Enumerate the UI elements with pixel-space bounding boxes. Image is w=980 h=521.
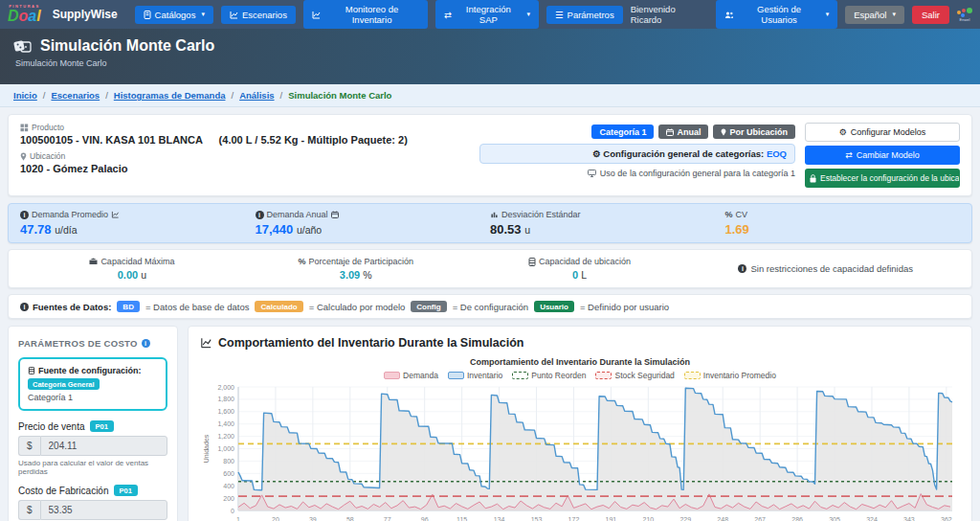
metric-value: 3.09 (340, 269, 360, 281)
info-icon[interactable]: i (142, 339, 150, 348)
data-sources-panel: i Fuentes de Datos: BD = Datos de base d… (8, 294, 972, 319)
svg-text:1: 1 (236, 516, 240, 521)
field-label: Costo de Fabricación (18, 486, 109, 496)
svg-text:600: 600 (223, 470, 234, 477)
metric-unit: u/año (297, 224, 322, 236)
change-model-label: Cambiar Modelo (857, 150, 920, 160)
info-icon[interactable]: i (738, 264, 746, 273)
metric-value: 0 (572, 269, 578, 281)
config-source-value: Categoría 1 (28, 393, 158, 402)
logout-button[interactable]: Salir (912, 6, 949, 24)
svg-text:0: 0 (231, 508, 234, 514)
period-badge-label: Anual (677, 127, 701, 137)
legend-inventario[interactable]: Inventario (448, 371, 502, 380)
product-icon (20, 124, 29, 132)
configure-models-button[interactable]: ⚙ Configurar Modelos (805, 123, 960, 142)
main-content: PARÁMETROS DE COSTO i Fuente de configur… (8, 326, 972, 521)
app-name: SupplyWise (53, 8, 118, 21)
metric-unit: u/día (55, 224, 77, 236)
enwel-logo: Enwel (957, 8, 972, 22)
info-icon[interactable]: i (256, 211, 264, 219)
source-badge-usuario: Usuario (534, 301, 574, 312)
metric-value: 47.78 (20, 222, 52, 237)
chart-title: Comportamiento del Inventario Durante la… (200, 357, 960, 367)
nav-monitoreo-button[interactable]: Monitoreo de Inventario (303, 0, 428, 29)
metric-porcentaje-participacion: % Porcentaje de Participación 3.09 % (244, 257, 468, 281)
svg-text:1,600: 1,600 (217, 408, 234, 415)
language-button[interactable]: Español ▾ (845, 6, 904, 24)
field-caption: Usado para calcular el valor de ventas p… (18, 459, 167, 476)
metric-label: Desviación Estándar (501, 210, 581, 219)
cost-parameters-panel: PARÁMETROS DE COSTO i Fuente de configur… (8, 326, 178, 521)
simulation-chart-panel: Comportamiento del Inventario Durante la… (188, 326, 972, 521)
legend-demanda[interactable]: Demanda (384, 371, 438, 380)
currency-prefix: $ (18, 500, 40, 520)
nav-escenarios-button[interactable]: Escenarios (221, 6, 296, 24)
source-badge-calculado: Calculado (255, 301, 302, 312)
field-source-badge: P01 (114, 485, 138, 496)
percent-icon: % (725, 210, 733, 219)
costo-fabricacion-input[interactable] (40, 500, 167, 520)
breadcrumb-separator: / (43, 90, 46, 101)
no-capacity-restrictions-note: i Sin restricciones de capacidad definid… (691, 257, 960, 281)
nav-parametros-button[interactable]: ☰ Parámetros (546, 6, 623, 24)
product-label: Producto (32, 123, 64, 132)
scope-badge[interactable]: Por Ubicación (713, 125, 795, 139)
stock-seguridad-swatch (595, 372, 612, 379)
svg-text:800: 800 (223, 458, 234, 464)
metric-label: Porcentaje de Participación (308, 257, 413, 266)
chart-panel-header: Comportamiento del Inventario Durante la… (218, 336, 524, 350)
svg-text:2,000: 2,000 (217, 384, 234, 391)
info-icon[interactable]: i (20, 303, 29, 311)
category-badge[interactable]: Categoría 1 (591, 125, 654, 139)
exchange-icon: ⇄ (845, 150, 853, 160)
calendar-icon (331, 211, 339, 218)
breadcrumb-link-escenarios[interactable]: Escenarios (51, 90, 100, 101)
punto-reorden-swatch (512, 372, 528, 379)
legend-inventario-promedio[interactable]: Inventario Promedio (684, 371, 776, 380)
nav-catalogos-button[interactable]: Catálogos ▾ (135, 6, 213, 24)
metric-unit: L (581, 269, 587, 281)
general-config-label: Configuración general de categorías: (603, 148, 764, 159)
metric-label: Demanda Promedio (32, 210, 108, 219)
nav-integracion-sap-button[interactable]: ⇄ Integración SAP ▾ (435, 0, 539, 29)
inventory-simulation-chart: 02004006008001,0001,2001,4001,6001,8002,… (200, 382, 960, 521)
legend-label: Inventario Promedio (703, 371, 776, 380)
primary-metrics-panel: i Demanda Promedio 47.78 u/día i Demanda… (8, 203, 972, 243)
svg-text:134: 134 (494, 516, 505, 521)
legend-stock-seguridad[interactable]: Stock Seguridad (595, 371, 674, 380)
nav-parametros-label: Parámetros (568, 10, 614, 20)
breadcrumb-link-inicio[interactable]: Inicio (13, 90, 37, 101)
config-note-text: Uso de la configuración general para la … (600, 169, 795, 178)
breadcrumb-link-histogramas[interactable]: Histogramas de Demanda (114, 90, 226, 101)
change-model-button[interactable]: ⇄ Cambiar Modelo (805, 146, 960, 165)
chart-line-icon (312, 11, 321, 19)
period-badge[interactable]: Anual (658, 125, 708, 139)
product-label-row: Producto (20, 123, 470, 132)
logo-word: Doal (8, 9, 41, 24)
caret-down-icon: ▾ (826, 11, 830, 18)
field-costo-fabricacion: Costo de Fabricación P01 $ Costo de fabr… (18, 485, 167, 521)
location-pin-icon (20, 152, 27, 161)
breadcrumb-separator: / (231, 90, 234, 101)
set-location-config-button[interactable]: Establecer la configuración de la ubicac… (805, 169, 960, 188)
lock-icon (810, 174, 816, 183)
general-config-pill[interactable]: ⚙ Configuración general de categorías: E… (479, 144, 795, 164)
source-badge-config: Config (411, 301, 446, 312)
svg-text:1,800: 1,800 (217, 396, 234, 402)
top-navbar: PINTURAS Doal SupplyWise Catálogos ▾ Esc… (0, 0, 980, 29)
doal-logo[interactable]: PINTURAS Doal (8, 5, 41, 24)
caret-down-icon: ▾ (892, 11, 896, 18)
configure-models-label: Configurar Modelos (851, 127, 926, 137)
svg-text:324: 324 (866, 516, 878, 521)
config-source-badge: Categoría General (28, 378, 100, 390)
users-icon (724, 11, 734, 19)
legend-punto-reorden[interactable]: Punto Reorden (512, 371, 586, 380)
user-management-button[interactable]: Gestión de Usuarios ▾ (716, 0, 837, 29)
field-precio-venta: Precio de venta P01 $ Usado para calcula… (18, 420, 167, 476)
caret-down-icon: ▾ (527, 11, 531, 18)
welcome-text: Bienvenido Ricardo (631, 4, 709, 25)
breadcrumb-link-analisis[interactable]: Análisis (239, 90, 274, 101)
info-icon[interactable]: i (20, 211, 29, 219)
precio-venta-input[interactable] (40, 436, 167, 456)
